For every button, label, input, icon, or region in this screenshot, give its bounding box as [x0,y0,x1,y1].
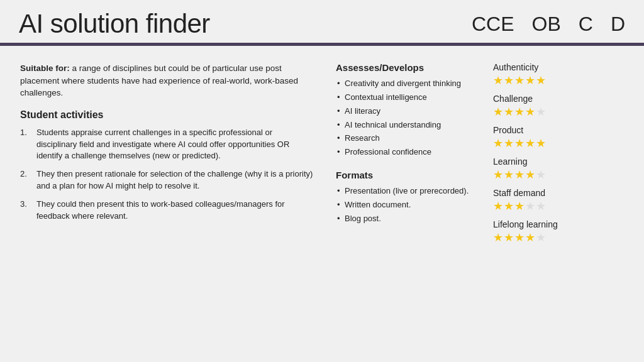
list-item: Professional confidence [336,146,475,158]
list-item: 2.They then present rationale for select… [20,168,314,192]
page-title: AI solution finder [19,9,210,39]
activity-number: 1. [20,127,31,163]
list-item: Blog post. [336,213,475,225]
mid-column: Assesses/Develops Creativity and diverge… [327,56,484,352]
formats-list: Presentation (live or prerecorded).Writt… [336,185,475,225]
student-activities-title: Student activities [20,109,314,121]
rating-label: Staff demand [493,188,623,198]
rating-label: Learning [493,156,623,167]
header-code: D [611,13,625,36]
activity-text: They could then present this to work-bas… [36,199,314,222]
assesses-title: Assesses/Develops [336,62,475,73]
rating-row: Staff demand★★★★★ [493,188,623,213]
list-item: AI literacy [336,106,475,118]
rating-row: Authenticity★★★★★ [493,62,623,87]
assesses-list: Creativity and divergent thinkingContext… [336,78,475,158]
rating-row: Challenge★★★★★ [493,94,623,119]
suitable-for-text: Suitable for: a range of disciplines but… [20,62,314,99]
rating-stars: ★★★★★ [493,105,623,119]
rating-stars: ★★★★★ [493,199,623,213]
activity-text: They then present rationale for selectio… [36,168,314,192]
list-item: Creativity and divergent thinking [336,78,475,90]
rating-stars: ★★★★★ [493,168,623,182]
rating-stars: ★★★★★ [493,74,623,87]
list-item: 1.Students appraise current challenges i… [20,127,314,163]
activity-number: 2. [20,168,31,192]
activity-number: 3. [20,199,31,222]
rating-label: Lifelong learning [493,219,623,229]
page: AI solution finder CCEOBCD Suitable for:… [0,0,644,362]
list-item: Presentation (live or prerecorded). [336,185,475,197]
activity-list: 1.Students appraise current challenges i… [20,127,314,222]
formats-title: Formats [336,170,475,180]
rating-stars: ★★★★★ [493,136,623,150]
list-item: Research [336,133,475,145]
rating-row: Product★★★★★ [493,125,623,150]
header: AI solution finder CCEOBCD [0,0,644,43]
list-item: 3.They could then present this to work-b… [20,199,314,222]
header-codes: CCEOBCD [472,13,625,36]
rating-label: Challenge [493,94,623,104]
rating-stars: ★★★★★ [493,231,623,244]
activity-text: Students appraise current challenges in … [36,127,314,163]
rating-label: Authenticity [493,62,623,72]
header-code: CCE [472,13,514,36]
header-code: OB [532,13,561,36]
left-column: Suitable for: a range of disciplines but… [13,56,327,352]
rating-label: Product [493,125,623,135]
rating-row: Lifelong learning★★★★★ [493,219,623,244]
list-item: AI technical understanding [336,119,475,131]
list-item: Contextual intelligence [336,92,475,104]
header-code: C [579,13,593,36]
suitable-for-label: Suitable for: [20,63,70,73]
rating-row: Learning★★★★★ [493,156,623,182]
content-area: Suitable for: a range of disciplines but… [0,46,644,362]
list-item: Written document. [336,199,475,211]
right-column: Authenticity★★★★★Challenge★★★★★Product★★… [484,56,631,352]
